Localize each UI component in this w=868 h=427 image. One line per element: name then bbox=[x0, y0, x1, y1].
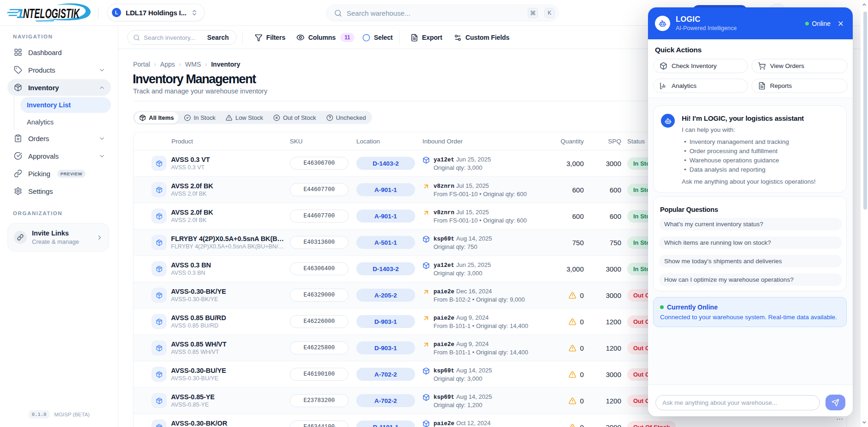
svg-text:NTELOGISTIK: NTELOGISTIK bbox=[23, 6, 80, 21]
